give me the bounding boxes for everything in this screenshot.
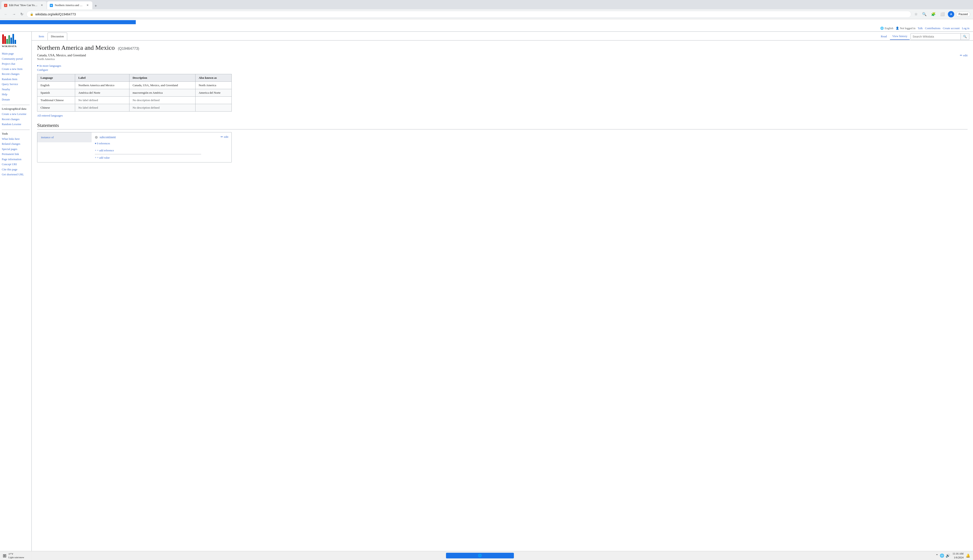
talk-link[interactable]: Talk xyxy=(918,27,923,30)
all-languages-link[interactable]: All entered languages xyxy=(37,114,63,117)
statement-row: instance of ⊜ subcontinent ▾ 0 reference… xyxy=(37,132,232,162)
sidebar-nav-links: Main pageCommunity portalProject chatCre… xyxy=(2,51,30,102)
browser-chrome: S Edit Post "How Can You Begin t ✕ W Nor… xyxy=(0,0,973,19)
sidebar-item-random-item[interactable]: Random Item xyxy=(2,77,30,82)
sidebar-item-community-portal[interactable]: Community portal xyxy=(2,56,30,62)
tab-discussion[interactable]: Discussion xyxy=(48,33,67,40)
sidebar-tools-links: What links hereRelated changesSpecial pa… xyxy=(2,137,30,177)
back-button[interactable]: ← xyxy=(3,11,9,18)
sidebar-lex-create-lexeme[interactable]: Create a new Lexeme xyxy=(2,112,30,117)
subcontinent-link[interactable]: subcontinent xyxy=(100,135,116,139)
language-table: Language Label Description Also known as… xyxy=(37,74,232,112)
sidebar-item-create-item[interactable]: Create a new Item xyxy=(2,67,30,72)
sidebar-item-help[interactable]: Help xyxy=(2,92,30,97)
lens-icon[interactable]: 🔍 xyxy=(921,11,928,18)
read-link[interactable]: Read xyxy=(879,33,889,40)
add-reference-button[interactable]: + + add reference xyxy=(95,149,201,152)
sidebar-item-project-chat[interactable]: Project chat xyxy=(2,61,30,67)
statements-title: Statements xyxy=(37,122,968,129)
sidebar-item-main-page[interactable]: Main page xyxy=(2,51,30,56)
sidebar-item-query-service[interactable]: Query Service xyxy=(2,82,30,87)
create-account-link[interactable]: Create account xyxy=(943,27,960,30)
configure-link[interactable]: Configure xyxy=(37,68,968,72)
star-icon[interactable]: ☆ xyxy=(913,11,919,18)
statement-actions: ✏ edit xyxy=(204,132,232,142)
search-button[interactable]: 🔍 xyxy=(961,33,969,40)
statement-edit-link[interactable]: ✏ edit xyxy=(221,135,228,139)
article: Northern America and Mexico (Q19464773) … xyxy=(32,40,973,166)
also-known-cell xyxy=(195,104,232,112)
article-title: Northern America and Mexico (Q19464773) xyxy=(37,44,968,52)
label-cell: Northern America and Mexico xyxy=(75,82,130,89)
sidebar-lex-random-lexeme[interactable]: Random Lexeme xyxy=(2,122,30,127)
tab-2-close[interactable]: ✕ xyxy=(85,3,90,7)
address-bar: ← → ↻ 🔒 ☆ 🔍 🧩 ⬜ A Paused xyxy=(0,9,973,19)
language-button[interactable]: 🌐 English xyxy=(880,27,893,30)
weather-condition: Light rain/snow xyxy=(8,556,24,559)
article-desc-row: Canada, USA, Mexico, and Greenland North… xyxy=(37,53,968,61)
puzzle-icon[interactable]: 🧩 xyxy=(930,11,937,18)
sidebar-tool-get-short-url[interactable]: Get shortened URL xyxy=(2,172,30,177)
tab-1[interactable]: S Edit Post "How Can You Begin t ✕ xyxy=(2,2,47,9)
sidebar-tool-page-information[interactable]: Page information xyxy=(2,157,30,162)
description-edit-link[interactable]: ✏ edit xyxy=(960,53,968,57)
lang-cell: English xyxy=(37,82,75,89)
search-input[interactable] xyxy=(911,34,961,39)
forward-button[interactable]: → xyxy=(11,11,17,18)
sidebar-item-nearby[interactable]: Nearby xyxy=(2,87,30,92)
contributions-link[interactable]: Contributions xyxy=(925,27,941,30)
sidebar-lex-lex-recent-changes[interactable]: Recent changes xyxy=(2,117,30,122)
view-history-link[interactable]: View history xyxy=(890,33,910,40)
network-icon[interactable]: 🌐 xyxy=(940,553,944,558)
sidebar: WIKIDATA Main pageCommunity portalProjec… xyxy=(0,32,32,560)
statement-values: ⊜ subcontinent ▾ 0 references + + add re… xyxy=(92,132,204,162)
article-description: Canada, USA, Mexico, and Greenland xyxy=(37,53,86,57)
profile-button[interactable]: A xyxy=(948,11,954,17)
current-date: 1/6/2024 xyxy=(952,556,963,560)
taskbar-browser-app[interactable]: 🌐 xyxy=(446,553,514,558)
statement-value-row: ⊜ subcontinent xyxy=(95,135,201,139)
sidebar-tool-what-links-here[interactable]: What links here xyxy=(2,137,30,142)
also-known-cell xyxy=(195,97,232,104)
not-logged-in: 👤 Not logged in xyxy=(896,27,916,30)
chevron-up-icon[interactable]: ⌃ xyxy=(935,553,938,558)
description-col-header: Description xyxy=(129,74,195,82)
tab-2-title: Northern America and Mexico xyxy=(55,3,84,7)
tab-2[interactable]: W Northern America and Mexico ✕ xyxy=(47,2,92,9)
paused-button[interactable]: Paused xyxy=(956,12,970,17)
url-bar[interactable]: 🔒 xyxy=(27,11,911,18)
sidebar-tool-concept-uri[interactable]: Concept URI xyxy=(2,162,30,167)
volume-icon[interactable]: 🔊 xyxy=(946,553,950,558)
taskbar-start: ⊞ 37°F Light rain/snow xyxy=(3,552,24,559)
sidebar-toggle-icon[interactable]: ⬜ xyxy=(939,11,946,18)
tab-item[interactable]: Item xyxy=(35,33,48,40)
start-icon[interactable]: ⊞ xyxy=(3,553,7,558)
new-tab-button[interactable]: + xyxy=(93,3,99,9)
sidebar-tool-permanent-link[interactable]: Permanent link xyxy=(2,152,30,157)
url-input[interactable] xyxy=(35,12,908,16)
pencil-icon: ✏ xyxy=(960,53,962,57)
taskbar: ⊞ 37°F Light rain/snow 🌐 ⌃ 🌐 🔊 11:16 AM … xyxy=(0,551,973,560)
notification-icon[interactable]: 🔔 xyxy=(966,553,970,558)
weather-info: 37°F Light rain/snow xyxy=(8,552,24,559)
lock-icon: 🔒 xyxy=(30,12,33,16)
references-link[interactable]: ▾ 0 references xyxy=(95,142,110,145)
add-value-button[interactable]: + + add value xyxy=(95,154,201,160)
edit-icon: ✏ xyxy=(221,135,223,139)
more-languages-toggle[interactable]: ▾ In more languages xyxy=(37,64,61,68)
login-link[interactable]: Log in xyxy=(962,27,970,30)
sidebar-item-donate[interactable]: Donate xyxy=(2,97,30,102)
sidebar-tool-cite-page[interactable]: Cite this page xyxy=(2,167,30,172)
sidebar-tool-related-changes[interactable]: Related changes xyxy=(2,142,30,147)
lang-table-row: ChineseNo label definedNo description de… xyxy=(37,104,232,112)
sidebar-tool-special-pages[interactable]: Special pages xyxy=(2,147,30,152)
tools-title: Tools xyxy=(2,132,30,135)
instance-of-link[interactable]: instance of xyxy=(41,135,54,139)
tab-1-close[interactable]: ✕ xyxy=(40,3,44,7)
page-wrapper: WIKIDATA Main pageCommunity portalProjec… xyxy=(0,32,973,560)
plus-val-icon: + xyxy=(95,156,97,160)
tools-section: Tools What links hereRelated changesSpec… xyxy=(2,132,30,177)
site-header: 🌐 English 👤 Not logged in Talk Contribut… xyxy=(0,25,973,32)
refresh-button[interactable]: ↻ xyxy=(19,11,25,18)
sidebar-item-recent-changes[interactable]: Recent changes xyxy=(2,72,30,77)
